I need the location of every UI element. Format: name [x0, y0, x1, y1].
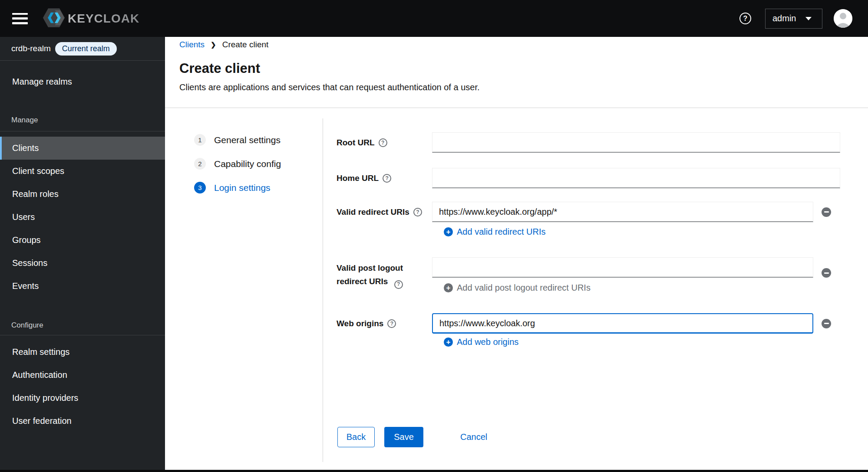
sidebar-item-identity-providers[interactable]: Identity providers [0, 387, 165, 410]
cancel-button[interactable]: Cancel [460, 432, 487, 442]
breadcrumb-chevron-icon: ❯ [211, 41, 216, 49]
form-row-home-url: Home URL ? [337, 168, 840, 188]
post-logout-redirect-input[interactable] [432, 257, 813, 278]
sidebar-item-events[interactable]: Events [0, 275, 165, 298]
step-number-badge: 1 [194, 134, 206, 146]
add-web-origin-button[interactable]: + Add web origins [444, 337, 518, 347]
step-label: General settings [214, 135, 281, 145]
sidebar-item-users[interactable]: Users [0, 206, 165, 229]
post-logout-label-cell: Valid post logout redirect URIs ? [337, 257, 432, 289]
chevron-down-icon [805, 17, 812, 20]
hamburger-icon [12, 13, 28, 15]
wizard-step-general-settings[interactable]: 1 General settings [194, 128, 281, 152]
step-number-badge: 2 [194, 158, 206, 170]
post-logout-help-icon[interactable]: ? [394, 280, 403, 289]
add-redirect-uri-button[interactable]: + Add valid redirect URIs [444, 227, 546, 237]
sidebar-item-authentication[interactable]: Authentication [0, 364, 165, 387]
window-bottom-edge [0, 470, 868, 472]
wizard-step-login-settings[interactable]: 3 Login settings [194, 176, 281, 200]
root-url-label-cell: Root URL ? [337, 132, 432, 153]
root-url-label: Root URL [337, 138, 375, 148]
post-logout-label: Valid post logout redirect URIs [337, 263, 403, 286]
redirect-uris-input[interactable] [432, 202, 813, 222]
sidebar-item-user-federation[interactable]: User federation [0, 410, 165, 433]
wizard-actions: Back Save Cancel [337, 427, 487, 447]
page-subtitle: Clients are applications and services th… [179, 82, 480, 92]
step-label: Login settings [214, 183, 271, 193]
keycloak-logo[interactable]: KEYCLOAK [43, 8, 139, 30]
home-url-label-cell: Home URL ? [337, 168, 432, 188]
form-row-root-url: Root URL ? [337, 132, 840, 153]
keycloak-admin-console: KEYCLOAK ? admin crdb-realm Current real… [0, 0, 868, 472]
sidebar-item-realm-settings[interactable]: Realm settings [0, 341, 165, 364]
main-content: Clients ❯ Create client Create client Cl… [165, 37, 868, 470]
save-button[interactable]: Save [384, 427, 423, 447]
remove-web-origin-button[interactable] [822, 319, 831, 328]
sidebar-item-realm-roles[interactable]: Realm roles [0, 183, 165, 206]
form-row-web-origins: Web origins ? [337, 313, 831, 334]
keycloak-hexagon-icon [43, 8, 65, 30]
sidebar: crdb-realm Current realm Manage realms M… [0, 37, 165, 470]
add-redirect-uri-label: Add valid redirect URIs [457, 227, 546, 237]
user-menu-label: admin [772, 13, 796, 23]
brand-text: KEYCLOAK [68, 12, 139, 26]
wizard-form-divider [323, 118, 323, 462]
wizard-nav: 1 General settings 2 Capability config 3… [194, 128, 281, 200]
sidebar-group-title-manage: Manage [11, 116, 38, 125]
sidebar-configure-list: Realm settings Authentication Identity p… [0, 341, 165, 433]
masthead-utilities: ? admin [739, 9, 852, 29]
web-origins-label: Web origins [337, 319, 383, 328]
avatar[interactable] [834, 9, 852, 28]
sidebar-item-sessions[interactable]: Sessions [0, 252, 165, 275]
add-post-logout-uri-label: Add valid post logout redirect URIs [457, 283, 591, 293]
plus-circle-icon: + [444, 283, 453, 292]
redirect-uris-label-cell: Valid redirect URIs ? [337, 202, 432, 222]
sidebar-item-clients[interactable]: Clients [0, 137, 165, 160]
step-number-badge: 3 [194, 182, 206, 193]
form-row-valid-redirect-uris: Valid redirect URIs ? [337, 202, 831, 222]
header-divider [165, 108, 868, 108]
web-origins-label-cell: Web origins ? [337, 313, 432, 334]
home-url-input[interactable] [432, 168, 840, 188]
remove-post-logout-uri-button[interactable] [822, 268, 831, 278]
sidebar-divider [0, 335, 165, 335]
realm-switcher[interactable]: crdb-realm Current realm [0, 37, 165, 61]
plus-circle-icon: + [444, 227, 453, 236]
sidebar-divider [0, 131, 165, 131]
step-label: Capability config [214, 159, 281, 169]
root-url-help-icon[interactable]: ? [379, 138, 387, 147]
page-title: Create client [179, 61, 260, 76]
current-realm-badge: Current realm [55, 42, 117, 56]
breadcrumb-current: Create client [222, 40, 269, 49]
web-origins-help-icon[interactable]: ? [387, 319, 396, 328]
realm-name: crdb-realm [11, 44, 51, 53]
sidebar-section-top: Manage realms [0, 70, 165, 93]
plus-circle-icon: + [444, 338, 453, 347]
sidebar-item-manage-realms[interactable]: Manage realms [0, 70, 165, 93]
user-menu-dropdown[interactable]: admin [765, 9, 822, 29]
home-url-label: Home URL [337, 174, 379, 183]
sidebar-item-groups[interactable]: Groups [0, 229, 165, 252]
web-origins-input[interactable] [432, 313, 813, 334]
masthead: KEYCLOAK ? admin [0, 0, 868, 37]
help-icon[interactable]: ? [739, 13, 751, 24]
back-button[interactable]: Back [337, 427, 375, 447]
redirect-uris-label: Valid redirect URIs [337, 207, 409, 217]
wizard-step-capability-config[interactable]: 2 Capability config [194, 152, 281, 176]
breadcrumb-link-clients[interactable]: Clients [179, 40, 205, 49]
nav-toggle-button[interactable] [12, 13, 28, 24]
breadcrumb: Clients ❯ Create client [179, 40, 268, 49]
add-web-origin-label: Add web origins [457, 337, 518, 347]
add-post-logout-uri-button[interactable]: + Add valid post logout redirect URIs [444, 283, 591, 293]
sidebar-manage-list: Clients Client scopes Realm roles Users … [0, 137, 165, 298]
remove-redirect-uri-button[interactable] [822, 207, 831, 217]
redirect-uris-help-icon[interactable]: ? [413, 208, 422, 216]
sidebar-item-client-scopes[interactable]: Client scopes [0, 160, 165, 183]
root-url-input[interactable] [432, 132, 840, 153]
sidebar-group-title-configure: Configure [11, 321, 43, 330]
home-url-help-icon[interactable]: ? [383, 174, 391, 183]
